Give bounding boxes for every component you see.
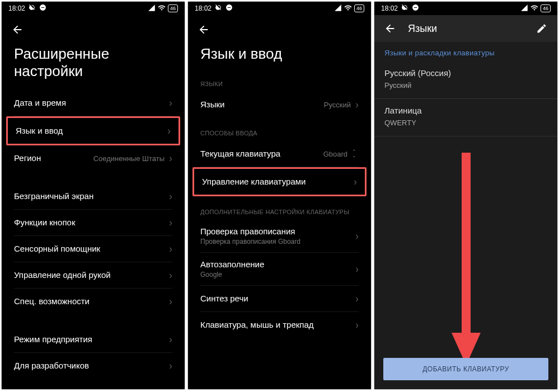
topbar	[188, 15, 371, 40]
signal-icon	[334, 4, 342, 13]
row-label: Функции кнопок	[14, 218, 75, 228]
row-button-functions[interactable]: Функции кнопок ›	[2, 210, 185, 235]
row-languages[interactable]: Языки Русский ›	[188, 92, 371, 117]
chevron-right-icon: ›	[169, 296, 172, 306]
row-value: Соединенные Штаты	[93, 154, 165, 163]
alarm-off-icon	[401, 4, 408, 13]
row-sublabel: Google	[200, 271, 264, 278]
status-time: 18:02	[195, 4, 212, 12]
screen-keyboard-languages: 18:02 46 Языки Языки и раскладки клавиат…	[374, 1, 558, 390]
chevron-right-icon: ›	[169, 98, 172, 108]
signal-icon	[520, 4, 528, 13]
chevron-right-icon: ›	[355, 100, 359, 110]
page-title: Расширенные настройки	[2, 40, 185, 90]
row-label: Клавиатура, мышь и трекпад	[200, 320, 314, 330]
row-spellcheck[interactable]: Проверка правописания Проверка правописа…	[188, 220, 371, 252]
chevron-right-icon: ›	[355, 231, 359, 241]
wifi-icon	[344, 4, 352, 13]
chevron-right-icon: ›	[169, 218, 172, 228]
language-block-latin[interactable]: Латиница QWERTY	[374, 100, 557, 135]
row-label: Для разработчиков	[14, 361, 89, 371]
status-bar: 18:02 46	[188, 2, 371, 15]
layout-name: QWERTY	[384, 119, 547, 127]
row-value: Gboard	[323, 150, 347, 158]
topbar	[2, 15, 185, 40]
status-time: 18:02	[381, 4, 398, 12]
row-autofill[interactable]: Автозаполнение Google ›	[188, 253, 371, 285]
section-input-methods: СПОСОБЫ ВВОДА	[188, 117, 371, 141]
wifi-icon	[530, 4, 538, 13]
section-layouts: Языки и раскладки клавиатуры	[374, 42, 557, 63]
row-sensor-assistant[interactable]: Сенсорный помощник ›	[2, 236, 185, 262]
row-label: Управление клавиатурами	[202, 177, 306, 187]
row-label: Спец. возможности	[14, 296, 90, 306]
dnd-icon	[412, 4, 419, 13]
row-date-time[interactable]: Дата и время ›	[2, 90, 185, 116]
row-region[interactable]: Регион Соединенные Штаты ›	[2, 145, 185, 171]
chevron-right-icon: ›	[354, 177, 357, 187]
row-current-keyboard[interactable]: Текущая клавиатура Gboard ⌃⌄	[188, 141, 371, 167]
back-button[interactable]	[197, 23, 210, 36]
row-value: Русский	[324, 101, 351, 109]
wifi-icon	[158, 4, 166, 13]
screen-advanced-settings: 18:02 46 Расширенные настройки Дата и вр…	[1, 1, 185, 390]
section-languages: ЯЗЫКИ	[188, 73, 371, 92]
chevron-right-icon: ›	[355, 294, 359, 304]
row-developer[interactable]: Для разработчиков ›	[2, 353, 185, 379]
language-name: Русский (Россия)	[384, 68, 547, 78]
row-language-input[interactable]: Язык и ввод ›	[8, 118, 178, 144]
status-time: 18:02	[8, 4, 25, 12]
row-label: Режим предприятия	[14, 334, 92, 344]
section-extra-kb: ДОПОЛНИТЕЛЬНЫЕ НАСТРОЙКИ КЛАВИАТУРЫ	[188, 196, 371, 220]
battery-indicator: 46	[541, 4, 551, 12]
chevron-right-icon: ›	[169, 153, 172, 163]
chevron-right-icon: ›	[167, 126, 171, 136]
row-enterprise-mode[interactable]: Режим предприятия ›	[2, 327, 185, 352]
page-title: Язык и ввод	[188, 40, 371, 73]
row-label: Синтез речи	[200, 294, 248, 304]
battery-indicator: 46	[168, 4, 178, 12]
row-label: Текущая клавиатура	[200, 149, 280, 159]
row-label: Регион	[14, 153, 41, 163]
language-name: Латиница	[384, 106, 547, 115]
back-button[interactable]	[383, 22, 397, 35]
edit-button[interactable]	[535, 22, 548, 35]
row-manage-keyboards[interactable]: Управление клавиатурами ›	[194, 169, 365, 195]
row-kb-mouse-trackpad[interactable]: Клавиатура, мышь и трекпад ›	[188, 312, 371, 338]
chevron-right-icon: ›	[169, 270, 172, 280]
dnd-icon	[226, 4, 233, 13]
battery-indicator: 46	[354, 4, 364, 12]
row-sublabel: Проверка правописания Gboard	[200, 238, 300, 245]
row-label: Языки	[200, 100, 224, 110]
add-keyboard-button[interactable]: ДОБАВИТЬ КЛАВИАТУРУ	[383, 358, 548, 380]
row-one-hand[interactable]: Управление одной рукой ›	[2, 262, 185, 288]
row-label: Сенсорный помощник	[14, 244, 100, 254]
alarm-off-icon	[29, 4, 36, 13]
chevron-right-icon: ›	[355, 320, 359, 330]
alarm-off-icon	[215, 4, 222, 13]
back-button[interactable]	[11, 23, 24, 36]
layout-name: Русский	[384, 81, 547, 89]
annotation-arrow-icon	[449, 153, 483, 367]
row-accessibility[interactable]: Спец. возможности ›	[2, 289, 185, 314]
chevron-right-icon: ›	[169, 334, 172, 344]
row-label: Язык и ввод	[16, 126, 63, 136]
row-label: Безграничный экран	[14, 191, 93, 201]
svg-rect-0	[462, 153, 471, 337]
row-label: Дата и время	[14, 98, 66, 108]
screen-language-input: 18:02 46 Язык и ввод ЯЗЫКИ Языки Русский…	[187, 1, 372, 390]
language-block-russian[interactable]: Русский (Россия) Русский	[374, 63, 557, 97]
chevron-right-icon: ›	[355, 264, 359, 274]
status-bar: 18:02 46	[374, 2, 557, 15]
unfold-icon: ⌃⌄	[352, 150, 356, 158]
row-edgeless-screen[interactable]: Безграничный экран ›	[2, 183, 185, 209]
status-bar: 18:02 46	[2, 2, 185, 15]
highlight-box: Управление клавиатурами ›	[192, 167, 367, 196]
row-tts[interactable]: Синтез речи ›	[188, 286, 371, 311]
row-label: Проверка правописания	[200, 226, 300, 237]
topbar-title: Языки	[408, 23, 524, 35]
topbar: Языки	[374, 15, 557, 42]
divider	[374, 98, 557, 99]
row-label: Управление одной рукой	[14, 270, 111, 280]
chevron-right-icon: ›	[169, 191, 172, 201]
